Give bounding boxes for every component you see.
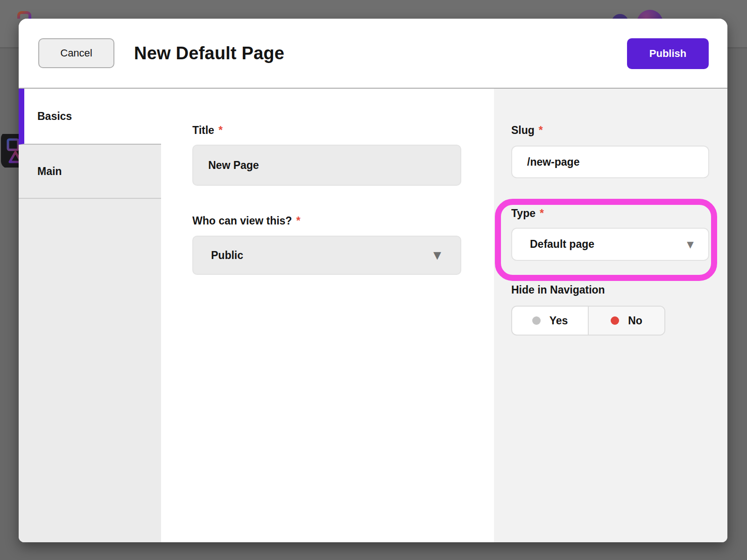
visibility-select[interactable]: Public ▾ xyxy=(192,236,461,275)
radio-dot-icon xyxy=(611,316,619,325)
visibility-field-label: Who can view this?* xyxy=(192,215,300,227)
option-yes-label: Yes xyxy=(550,315,568,327)
type-field-label: Type* xyxy=(511,207,544,220)
slug-input[interactable] xyxy=(511,146,709,178)
tab-main-label: Main xyxy=(37,165,62,178)
visibility-label-text: Who can view this? xyxy=(192,215,292,227)
tab-main[interactable]: Main xyxy=(19,145,161,199)
new-default-page-dialog: Cancel New Default Page Publish Basics M… xyxy=(19,19,727,542)
visibility-select-value: Public xyxy=(211,249,243,262)
dialog-header: Cancel New Default Page Publish xyxy=(19,19,727,89)
hide-in-navigation-label: Hide in Navigation xyxy=(511,284,605,296)
screen: Cancel New Default Page Publish Basics M… xyxy=(0,0,747,560)
type-label-text: Type xyxy=(511,207,536,219)
dialog-title: New Default Page xyxy=(134,19,284,88)
hide-in-navigation-toggle: Yes No xyxy=(511,306,665,336)
radio-dot-icon xyxy=(532,316,541,325)
hide-nav-option-no[interactable]: No xyxy=(588,307,664,335)
title-label-text: Title xyxy=(192,124,214,136)
chevron-down-icon: ▾ xyxy=(687,238,693,250)
publish-button[interactable]: Publish xyxy=(627,38,709,69)
dialog-sidebar: Basics Main xyxy=(19,89,161,542)
app-logo-fragment-icon xyxy=(17,10,33,19)
option-no-label: No xyxy=(628,315,642,327)
type-select-value: Default page xyxy=(530,238,594,251)
title-field-label: Title* xyxy=(192,124,223,137)
required-asterisk: * xyxy=(540,207,544,219)
chevron-down-icon: ▾ xyxy=(434,248,441,262)
type-select[interactable]: Default page ▾ xyxy=(511,228,709,261)
required-asterisk: * xyxy=(218,124,223,136)
slug-label-text: Slug xyxy=(511,124,535,136)
tab-basics-label: Basics xyxy=(37,110,72,123)
title-input[interactable] xyxy=(192,145,461,186)
required-asterisk: * xyxy=(539,124,543,136)
hide-nav-label-text: Hide in Navigation xyxy=(511,284,605,296)
slug-field-label: Slug* xyxy=(511,124,543,137)
cancel-button[interactable]: Cancel xyxy=(38,38,114,68)
hide-nav-option-yes[interactable]: Yes xyxy=(512,307,588,335)
tab-basics[interactable]: Basics xyxy=(19,89,161,145)
required-asterisk: * xyxy=(296,215,300,227)
